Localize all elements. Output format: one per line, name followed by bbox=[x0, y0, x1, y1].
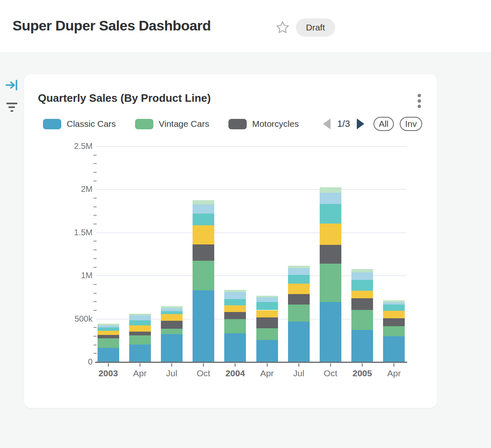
bar-segment-classic-cars[interactable] bbox=[256, 340, 278, 362]
y-axis-minor-tick bbox=[93, 284, 97, 285]
filter-button[interactable] bbox=[5, 101, 18, 113]
bar-segment-unlabeled-series-teal[interactable] bbox=[161, 311, 183, 314]
bar-segment-unlabeled-series-light-blue[interactable] bbox=[224, 292, 246, 299]
legend-swatch-icon bbox=[43, 119, 61, 129]
y-axis-tick-label: 2M bbox=[47, 184, 93, 194]
x-axis-tick bbox=[330, 363, 331, 367]
legend-next-page-icon[interactable] bbox=[357, 118, 364, 129]
bar-segment-unlabeled-series-teal[interactable] bbox=[224, 299, 246, 306]
chart-card: Quarterly Sales (By Product Line) Classi… bbox=[24, 74, 437, 408]
y-axis-minor-tick bbox=[93, 181, 97, 181]
bar-segment-unlabeled-series-light-blue[interactable] bbox=[129, 315, 151, 320]
x-axis-tick bbox=[171, 363, 172, 367]
bar-segment-motorcycles[interactable] bbox=[224, 312, 246, 319]
bar-segment-unlabeled-series-pale-green[interactable] bbox=[224, 290, 246, 292]
bar-segment-motorcycles[interactable] bbox=[383, 318, 405, 326]
bar-segment-classic-cars[interactable] bbox=[383, 336, 405, 362]
bar-segment-motorcycles[interactable] bbox=[351, 298, 373, 310]
bar-segment-unlabeled-series-light-blue[interactable] bbox=[193, 204, 214, 214]
bar-segment-unlabeled-series-light-blue[interactable] bbox=[161, 308, 183, 311]
bar-segment-unlabeled-series-yellow[interactable] bbox=[161, 314, 183, 321]
bar-segment-classic-cars[interactable] bbox=[224, 333, 246, 362]
bar-segment-classic-cars[interactable] bbox=[98, 348, 119, 362]
bar-segment-unlabeled-series-light-blue[interactable] bbox=[256, 297, 278, 302]
bar-segment-unlabeled-series-teal[interactable] bbox=[288, 275, 310, 284]
bar-segment-unlabeled-series-yellow[interactable] bbox=[256, 310, 278, 318]
bar-segment-unlabeled-series-teal[interactable] bbox=[351, 280, 373, 291]
bar-segment-vintage-cars[interactable] bbox=[224, 319, 246, 333]
y-axis-minor-tick bbox=[93, 267, 97, 268]
bar-segment-classic-cars[interactable] bbox=[351, 330, 373, 362]
y-axis-minor-tick bbox=[93, 163, 97, 164]
card-menu-button[interactable] bbox=[414, 93, 424, 109]
bar-segment-unlabeled-series-light-blue[interactable] bbox=[351, 272, 373, 280]
bar-segment-motorcycles[interactable] bbox=[193, 244, 214, 261]
bar-segment-unlabeled-series-yellow[interactable] bbox=[98, 331, 119, 335]
bar-segment-vintage-cars[interactable] bbox=[320, 264, 341, 302]
bar-segment-motorcycles[interactable] bbox=[320, 245, 341, 264]
bar-segment-vintage-cars[interactable] bbox=[193, 261, 214, 290]
bar-segment-unlabeled-series-pale-green[interactable] bbox=[129, 314, 151, 315]
y-axis-minor-tick bbox=[93, 224, 97, 224]
y-axis-tick-label: 500k bbox=[47, 314, 93, 324]
bar-segment-unlabeled-series-teal[interactable] bbox=[256, 302, 278, 310]
bar-segment-unlabeled-series-light-blue[interactable] bbox=[288, 268, 310, 274]
legend-pager: 1/3 bbox=[323, 118, 364, 129]
x-axis-tick bbox=[235, 363, 235, 367]
bar-segment-unlabeled-series-teal[interactable] bbox=[320, 204, 341, 224]
bar-segment-vintage-cars[interactable] bbox=[161, 329, 183, 334]
bar-segment-unlabeled-series-teal[interactable] bbox=[193, 214, 214, 225]
bar-segment-unlabeled-series-pale-green[interactable] bbox=[256, 296, 278, 297]
bar-segment-vintage-cars[interactable] bbox=[98, 338, 119, 348]
legend-swatch-icon bbox=[135, 119, 153, 129]
bar-segment-unlabeled-series-pale-green[interactable] bbox=[383, 300, 405, 302]
bar-segment-motorcycles[interactable] bbox=[98, 335, 119, 338]
bar-segment-unlabeled-series-yellow[interactable] bbox=[320, 224, 341, 245]
bar-segment-motorcycles[interactable] bbox=[288, 294, 310, 304]
bar-segment-unlabeled-series-yellow[interactable] bbox=[224, 305, 246, 312]
bar-segment-vintage-cars[interactable] bbox=[129, 335, 151, 345]
bar-segment-unlabeled-series-pale-green[interactable] bbox=[351, 269, 373, 272]
legend-select-all-button[interactable]: All bbox=[373, 117, 394, 131]
bar-segment-unlabeled-series-light-blue[interactable] bbox=[383, 302, 405, 305]
bar-segment-vintage-cars[interactable] bbox=[256, 328, 278, 340]
bar-segment-unlabeled-series-yellow[interactable] bbox=[351, 291, 373, 298]
legend-item-vintage-cars[interactable]: Vintage Cars bbox=[135, 119, 219, 129]
bar-segment-classic-cars[interactable] bbox=[193, 290, 214, 362]
bar-segment-unlabeled-series-teal[interactable] bbox=[129, 320, 151, 325]
y-axis-minor-tick bbox=[93, 301, 97, 302]
bar-segment-classic-cars[interactable] bbox=[129, 345, 151, 362]
bar-segment-unlabeled-series-pale-green[interactable] bbox=[161, 306, 183, 308]
bar-segment-unlabeled-series-light-blue[interactable] bbox=[320, 193, 341, 204]
y-axis-minor-tick bbox=[93, 258, 97, 259]
bar-segment-unlabeled-series-pale-green[interactable] bbox=[320, 187, 341, 193]
y-gridline bbox=[96, 189, 406, 190]
legend-prev-page-icon[interactable] bbox=[323, 118, 331, 129]
bar-segment-unlabeled-series-pale-green[interactable] bbox=[193, 200, 214, 204]
bar-segment-vintage-cars[interactable] bbox=[383, 326, 405, 336]
bar-segment-unlabeled-series-pale-green[interactable] bbox=[288, 266, 310, 268]
legend-item-classic-cars[interactable]: Classic Cars bbox=[43, 119, 125, 129]
bar-segment-classic-cars[interactable] bbox=[288, 322, 310, 362]
x-axis-tick-label: Apr bbox=[375, 368, 413, 378]
bar-segment-vintage-cars[interactable] bbox=[288, 305, 310, 322]
legend-item-motorcycles[interactable]: Motorcycles bbox=[228, 119, 308, 129]
bar-segment-motorcycles[interactable] bbox=[256, 317, 278, 328]
bar-segment-classic-cars[interactable] bbox=[161, 334, 183, 362]
bar-segment-unlabeled-series-pale-green[interactable] bbox=[98, 324, 119, 325]
bar-segment-unlabeled-series-teal[interactable] bbox=[98, 327, 119, 331]
bar-segment-vintage-cars[interactable] bbox=[351, 310, 373, 330]
bar-segment-motorcycles[interactable] bbox=[161, 321, 183, 329]
bar-segment-unlabeled-series-teal[interactable] bbox=[383, 305, 405, 310]
legend-invert-button[interactable]: Inv bbox=[400, 117, 422, 131]
favorite-star-icon[interactable] bbox=[275, 20, 290, 35]
bar-segment-unlabeled-series-light-blue[interactable] bbox=[98, 325, 119, 327]
bar-segment-motorcycles[interactable] bbox=[129, 332, 151, 335]
bar-segment-unlabeled-series-yellow[interactable] bbox=[383, 311, 405, 319]
y-axis-tick-label: 2.5M bbox=[47, 141, 93, 151]
bar-segment-unlabeled-series-yellow[interactable] bbox=[129, 325, 151, 332]
bar-segment-classic-cars[interactable] bbox=[320, 302, 341, 362]
bar-segment-unlabeled-series-yellow[interactable] bbox=[193, 225, 214, 244]
bar-segment-unlabeled-series-yellow[interactable] bbox=[288, 284, 310, 294]
collapse-panel-button[interactable] bbox=[5, 79, 18, 91]
